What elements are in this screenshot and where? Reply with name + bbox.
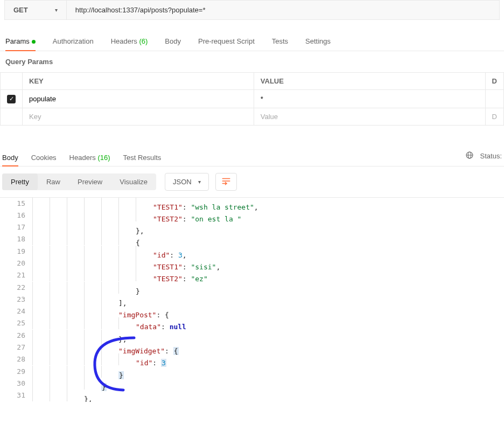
code-line: } [30, 366, 504, 378]
view-preview[interactable]: Preview [69, 173, 111, 190]
code-line: { [30, 233, 504, 245]
status-label: Status: [480, 152, 502, 160]
format-dropdown[interactable]: JSON ▾ [165, 173, 209, 191]
code-line: "TEST2": "on est la " [30, 210, 504, 221]
http-method-dropdown[interactable]: GET ▾ [5, 1, 67, 19]
code-lines: "TEST1": "wsh la street","TEST2": "on es… [30, 198, 504, 402]
table-row: D [1, 108, 504, 125]
response-tab-body[interactable]: Body [2, 149, 18, 166]
response-tab-testresults[interactable]: Test Results [123, 149, 162, 166]
tab-authorization[interactable]: Authorization [53, 33, 94, 51]
request-line: GET ▾ [4, 0, 500, 20]
request-tabs: Params Authorization Headers (6) Body Pr… [0, 33, 504, 51]
tab-params[interactable]: Params [5, 33, 36, 51]
response-tab-headers[interactable]: Headers (16) [69, 149, 110, 166]
param-key-input[interactable] [29, 113, 247, 121]
code-line: "data": null [30, 317, 504, 329]
code-line: ], [30, 294, 504, 305]
code-line: "TEST2": "ez" [30, 269, 504, 281]
query-params-title: Query Params [0, 51, 504, 72]
globe-icon[interactable] [465, 151, 474, 161]
tab-prerequest[interactable]: Pre-request Script [198, 33, 255, 51]
tab-body[interactable]: Body [165, 33, 181, 51]
th-key: KEY [23, 73, 254, 90]
table-row: ✓ [1, 90, 504, 108]
response-body-code[interactable]: 1516171819202122232425262728293031 "TEST… [0, 197, 504, 402]
line-number-gutter: 1516171819202122232425262728293031 [0, 198, 30, 402]
response-tabs: Body Cookies Headers (16) Test Results S… [0, 149, 504, 166]
view-pretty[interactable]: Pretty [2, 173, 38, 190]
code-line: } [30, 282, 504, 294]
code-line: "id": 3, [30, 246, 504, 258]
tab-settings[interactable]: Settings [305, 33, 331, 51]
param-value-input[interactable] [261, 113, 479, 121]
http-method-label: GET [13, 6, 28, 14]
view-visualize[interactable]: Visualize [111, 173, 156, 190]
wrap-lines-button[interactable] [215, 173, 237, 191]
th-desc: D [485, 73, 503, 90]
chevron-down-icon: ▾ [55, 7, 58, 13]
code-line: "imgPost": { [30, 305, 504, 317]
params-modified-dot [32, 40, 36, 44]
th-value: VALUE [254, 73, 485, 90]
code-line: "id": 3 [30, 353, 504, 365]
view-raw[interactable]: Raw [38, 173, 69, 190]
param-key-input[interactable] [29, 95, 247, 103]
row-checkbox[interactable]: ✓ [7, 95, 16, 103]
code-line: "TEST1": "sisi", [30, 258, 504, 269]
code-line: }, [30, 221, 504, 233]
query-params-table: KEY VALUE D ✓ D [0, 72, 504, 126]
response-view-controls: Pretty Raw Preview Visualize JSON ▾ [0, 166, 504, 197]
code-line: "imgWidget": { [30, 342, 504, 353]
code-line: } [30, 378, 504, 390]
response-tab-cookies[interactable]: Cookies [31, 149, 57, 166]
chevron-down-icon: ▾ [198, 179, 201, 185]
tab-headers[interactable]: Headers (6) [111, 33, 148, 51]
code-line: }, [30, 390, 504, 401]
code-line: }, [30, 330, 504, 342]
request-url-input[interactable] [67, 1, 499, 19]
param-value-input[interactable] [261, 95, 479, 103]
tab-tests[interactable]: Tests [272, 33, 288, 51]
code-line: "TEST1": "wsh la street", [30, 198, 504, 210]
